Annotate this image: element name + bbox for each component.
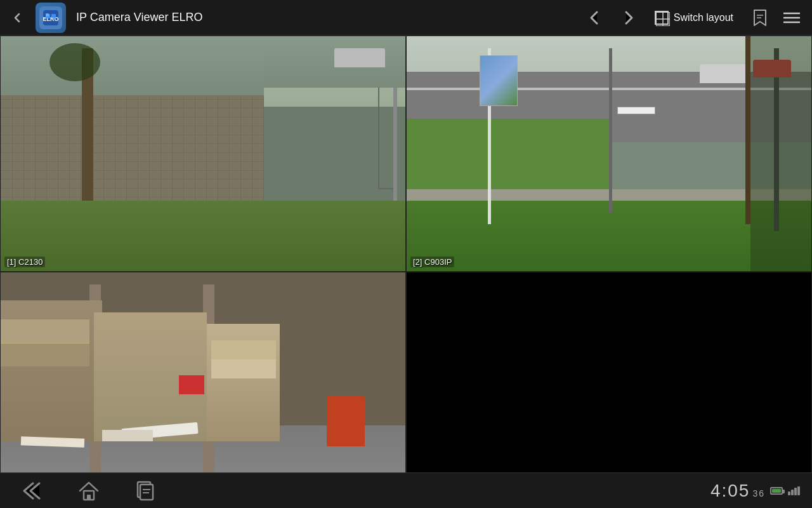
svg-text:ELRO: ELRO bbox=[43, 16, 58, 22]
app-logo: ELRO bbox=[36, 3, 66, 33]
time-display: 4:05 36 bbox=[710, 481, 765, 501]
camera-grid: [1] C2130 [2] C903IP bbox=[0, 36, 812, 508]
wifi-icon bbox=[788, 486, 799, 495]
bottom-bar: 4:05 36 bbox=[0, 472, 812, 508]
bookmark-button[interactable] bbox=[745, 3, 775, 33]
menu-button[interactable] bbox=[776, 3, 807, 33]
camera-cell-2[interactable]: [2] C903IP bbox=[406, 36, 812, 272]
nav-prev-button[interactable] bbox=[580, 3, 610, 33]
battery-icon bbox=[770, 487, 783, 495]
svg-rect-3 bbox=[51, 14, 56, 18]
camera-feed-2 bbox=[407, 36, 811, 271]
camera-feed-1 bbox=[1, 36, 405, 271]
switch-layout-icon bbox=[655, 11, 669, 25]
camera-cell-1[interactable]: [1] C2130 bbox=[0, 36, 406, 272]
home-nav-button[interactable] bbox=[70, 477, 108, 505]
back-nav-button[interactable] bbox=[13, 477, 51, 505]
recents-nav-button[interactable] bbox=[127, 477, 165, 505]
camera-label-2: [2] C903IP bbox=[410, 257, 454, 267]
app-title: IP Camera Viewer ELRO bbox=[76, 11, 579, 24]
switch-layout-button[interactable]: Switch layout bbox=[647, 7, 741, 29]
camera-label-1: [1] C2130 bbox=[4, 257, 45, 267]
time-value: 4:05 bbox=[710, 481, 750, 501]
nav-next-button[interactable] bbox=[613, 3, 643, 33]
top-bar: ELRO IP Camera Viewer ELRO Switch layout bbox=[0, 0, 812, 36]
svg-rect-14 bbox=[87, 495, 91, 500]
back-button[interactable] bbox=[5, 5, 30, 30]
switch-layout-label: Switch layout bbox=[674, 12, 733, 23]
status-icons bbox=[770, 486, 799, 495]
svg-rect-4 bbox=[46, 13, 49, 17]
battery-fill bbox=[772, 489, 781, 493]
time-suffix: 36 bbox=[752, 488, 765, 498]
logo-inner: ELRO bbox=[39, 6, 62, 29]
